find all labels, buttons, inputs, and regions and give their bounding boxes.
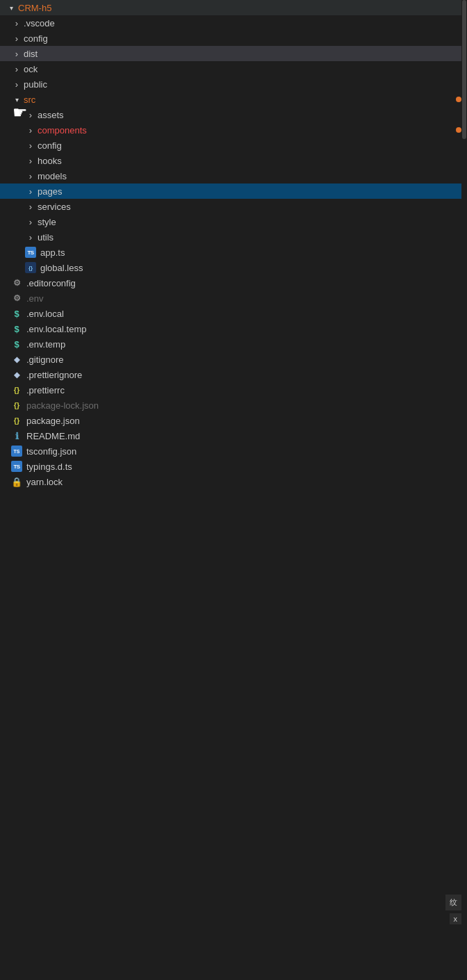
editorconfig-label: .editorconfig [25, 278, 467, 288]
tsconfig-icon: TS [11, 446, 22, 457]
vscode-chevron [11, 17, 22, 28]
file-env-local-temp[interactable]: $ .env.local.temp [0, 321, 467, 336]
models-label: models [36, 171, 467, 181]
folder-public[interactable]: public [0, 76, 467, 92]
file-typings[interactable]: TS typings.d.ts [0, 459, 467, 474]
prettierignore-label: .prettierignore [25, 370, 467, 380]
folder-style[interactable]: style [0, 214, 467, 229]
file-env-local[interactable]: $ .env.local [0, 306, 467, 321]
config-root-label: config [22, 33, 467, 44]
config-root-chevron [11, 33, 22, 44]
style-label: style [36, 217, 467, 227]
components-label: components [36, 125, 456, 136]
gitignore-label: .gitignore [25, 354, 467, 365]
components-badge [456, 127, 461, 133]
lock-chevron [11, 63, 22, 74]
dist-label: dist [22, 49, 467, 59]
components-chevron [25, 124, 36, 136]
app-ts-label: app.ts [39, 247, 467, 258]
src-chevron [11, 94, 22, 105]
json-icon-package-lock: {} [11, 400, 22, 411]
less-icon: {} [25, 262, 36, 273]
env-local-temp-label: .env.local.temp [25, 324, 467, 334]
services-label: services [36, 202, 467, 212]
folder-config-root[interactable]: config [0, 31, 467, 46]
gear-icon-env: ⚙ [11, 293, 22, 304]
folder-models[interactable]: models [0, 168, 467, 183]
file-tree: CRM-h5 .vscode config dist ☛ ock public … [0, 0, 467, 489]
folder-vscode[interactable]: .vscode [0, 15, 467, 31]
readme-label: README.md [25, 431, 467, 441]
scrollbar[interactable] [461, 0, 467, 980]
vscode-label: .vscode [22, 18, 467, 28]
dollar-icon-env-local-temp: $ [11, 323, 22, 334]
root-label: CRM-h5 [17, 3, 467, 13]
file-package-json[interactable]: {} package.json [0, 413, 467, 428]
folder-utils[interactable]: utils [0, 229, 467, 245]
hooks-chevron [25, 155, 36, 166]
file-package-lock[interactable]: {} package-lock.json [0, 398, 467, 413]
src-badge [456, 97, 461, 102]
gear-icon-editorconfig: ⚙ [11, 277, 22, 288]
dollar-icon-env-temp: $ [11, 338, 22, 350]
file-app-ts[interactable]: TS app.ts [0, 245, 467, 260]
style-chevron [25, 216, 36, 227]
file-editorconfig[interactable]: ⚙ .editorconfig [0, 275, 467, 291]
side-panel-label: 纹 [450, 897, 457, 908]
diamond-icon-prettierignore: ◆ [11, 369, 22, 380]
diamond-icon-gitignore: ◆ [11, 354, 22, 365]
file-readme[interactable]: ℹ README.md [0, 428, 467, 443]
assets-chevron [25, 109, 36, 120]
file-prettierrc[interactable]: {} .prettierrc [0, 382, 467, 398]
root-chevron [6, 2, 17, 13]
file-env-temp[interactable]: $ .env.temp [0, 336, 467, 352]
yarn-lock-label: yarn.lock [25, 477, 467, 487]
env-local-label: .env.local [25, 309, 467, 319]
side-panel-hint: 纹 [445, 895, 461, 910]
side-panel-close[interactable]: x [450, 913, 462, 924]
pages-chevron [25, 186, 36, 197]
json-icon-package: {} [11, 415, 22, 426]
folder-config-src[interactable]: config [0, 138, 467, 153]
folder-services[interactable]: services [0, 199, 467, 214]
file-env[interactable]: ⚙ .env [0, 291, 467, 306]
file-prettierignore[interactable]: ◆ .prettierignore [0, 367, 467, 382]
info-icon-readme: ℹ [11, 430, 22, 441]
hooks-label: hooks [36, 156, 467, 166]
src-label: src [22, 95, 456, 105]
file-yarn-lock[interactable]: 🔒 yarn.lock [0, 474, 467, 489]
env-temp-label: .env.temp [25, 339, 467, 350]
dist-chevron [11, 48, 22, 59]
utils-chevron [25, 231, 36, 243]
assets-label: assets [36, 110, 467, 120]
typings-label: typings.d.ts [25, 462, 467, 472]
package-json-label: package.json [25, 416, 467, 426]
public-label: public [22, 79, 467, 90]
side-panel-close-label: x [454, 915, 458, 923]
folder-dist[interactable]: dist [0, 46, 467, 61]
env-label: .env [25, 293, 467, 304]
prettierrc-label: .prettierrc [25, 385, 467, 395]
folder-src[interactable]: src [0, 92, 467, 107]
json-icon-prettierrc: {} [11, 384, 22, 395]
utils-label: utils [36, 232, 467, 243]
folder-assets[interactable]: assets [0, 107, 467, 122]
file-global-less[interactable]: {} global.less [0, 260, 467, 275]
scrollbar-thumb[interactable] [462, 0, 466, 139]
config-src-chevron [25, 140, 36, 151]
yarn-icon: 🔒 [11, 476, 22, 487]
file-gitignore[interactable]: ◆ .gitignore [0, 352, 467, 367]
root-folder[interactable]: CRM-h5 [0, 0, 467, 15]
file-tsconfig[interactable]: TS tsconfig.json [0, 443, 467, 459]
services-chevron [25, 201, 36, 212]
config-src-label: config [36, 140, 467, 151]
public-chevron [11, 79, 22, 90]
folder-pages[interactable]: pages [0, 183, 467, 199]
pages-label: pages [36, 186, 467, 197]
folder-hooks[interactable]: hooks [0, 153, 467, 168]
dollar-icon-env-local: $ [11, 308, 22, 319]
models-chevron [25, 170, 36, 181]
folder-components[interactable]: components [0, 122, 467, 138]
tsconfig-label: tsconfig.json [25, 446, 467, 457]
folder-lock[interactable]: ock [0, 61, 467, 76]
